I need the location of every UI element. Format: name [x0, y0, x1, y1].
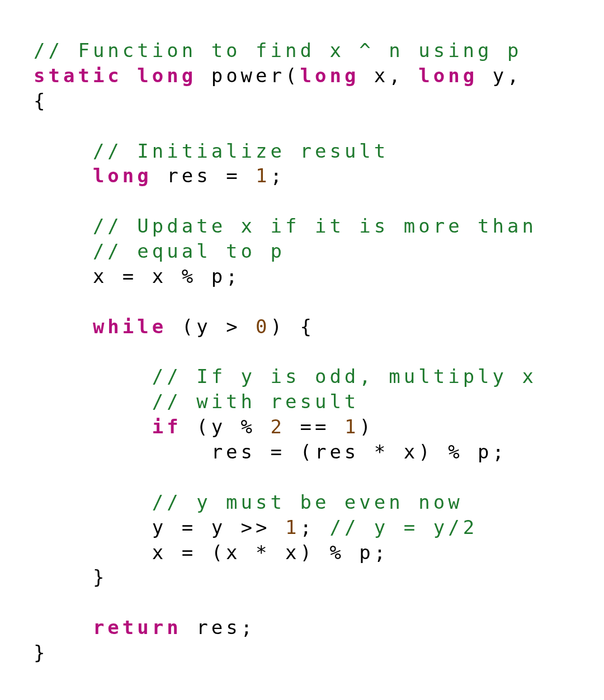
code-token: // with result [152, 390, 360, 413]
code-token: x, [359, 64, 418, 87]
code-token: ) [359, 415, 374, 438]
code-token: y, [478, 64, 537, 87]
code-token: 1 [345, 415, 359, 438]
code-token: // Initialize result [93, 140, 389, 162]
code-token [34, 491, 152, 513]
code-token: == [285, 415, 345, 438]
code-token: power( [196, 64, 300, 87]
code-token: // Function to find x ^ n using p [34, 39, 522, 62]
code-token: res; [182, 616, 256, 638]
code-token: 0 [256, 315, 270, 338]
code-token [122, 64, 137, 87]
code-token: res = (res * x) % p; [34, 441, 507, 463]
code-token [34, 390, 152, 413]
code-token [34, 164, 93, 187]
code-token: long [300, 64, 360, 87]
code-token: y = y >> [34, 516, 285, 538]
code-token: ; [300, 516, 329, 538]
code-token: 1 [285, 516, 300, 538]
code-token: long [137, 64, 196, 87]
code-token: ) { [271, 315, 315, 338]
code-token: if [152, 415, 182, 438]
code-token: // equal to p [93, 240, 285, 262]
code-token: while [93, 315, 167, 338]
code-token: // y must be even now [152, 491, 463, 513]
code-token: } [34, 566, 107, 588]
code-token [34, 140, 93, 162]
code-token: ; [271, 164, 285, 187]
code-token: } [34, 641, 48, 664]
code-token: (y % [182, 415, 271, 438]
code-token: static [34, 64, 122, 87]
code-token [34, 415, 152, 438]
code-token [34, 616, 93, 638]
code-token: // If y is odd, multiply x [152, 365, 537, 387]
code-token [34, 215, 93, 237]
code-token: x = (x * x) % p; [34, 541, 389, 564]
code-token [34, 315, 93, 338]
code-snippet: // Function to find x ^ n using p static… [0, 0, 604, 700]
code-token: 1 [256, 164, 270, 187]
code-token: return [93, 616, 182, 638]
code-token: { [34, 89, 48, 112]
code-token: // y = y/2 [329, 516, 478, 538]
code-token [34, 240, 93, 262]
code-token: 2 [271, 415, 285, 438]
code-token: (y > [167, 315, 256, 338]
code-token: // Update x if it is more than [93, 215, 537, 237]
code-block: // Function to find x ^ n using p static… [34, 38, 593, 665]
code-token [34, 365, 152, 387]
code-token: res = [152, 164, 256, 187]
code-token: x = x % p; [34, 265, 241, 287]
code-token: long [418, 64, 478, 87]
code-token: long [93, 164, 152, 187]
